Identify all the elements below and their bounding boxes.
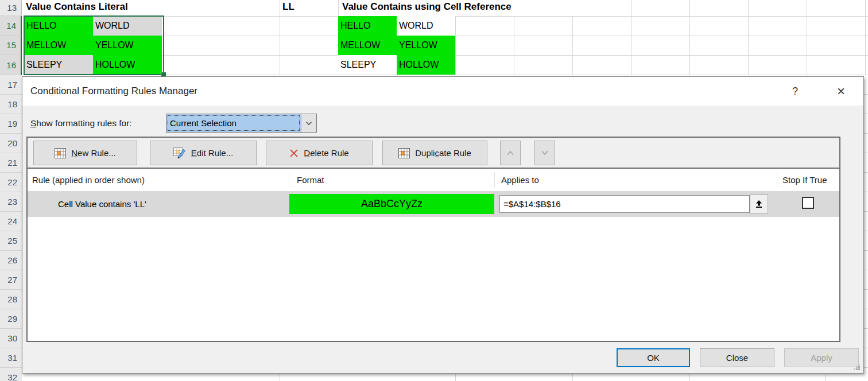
row-header-16[interactable]: 16 <box>0 55 22 75</box>
show-rules-dropdown[interactable]: Current Selection <box>166 114 317 133</box>
new-rule-button[interactable]: New Rule... <box>33 141 137 165</box>
new-rule-table-icon <box>55 148 66 158</box>
row-header-14[interactable]: 14 <box>0 16 22 36</box>
column-header-format: Format <box>297 169 324 191</box>
header-value-contains-literal: Value Contains Literal <box>26 1 128 13</box>
dropdown-arrow-button[interactable] <box>301 114 316 132</box>
row-header[interactable]: 19 <box>0 114 22 134</box>
close-icon: × <box>837 83 845 99</box>
header-ll: LL <box>282 1 294 13</box>
row-header[interactable]: 26 <box>0 251 22 270</box>
excel-screen: 13 14 15 16 1718192021222324252627282930… <box>0 0 868 381</box>
row-header[interactable]: 20 <box>0 134 22 153</box>
show-rules-dropdown-value[interactable]: Current Selection <box>166 114 301 132</box>
rules-toolbar: New Rule... Edit Rule... Delete Rule Dup… <box>28 138 839 169</box>
collapse-dialog-button[interactable] <box>750 195 768 213</box>
row-header[interactable]: 17 <box>0 75 22 95</box>
cell-e15[interactable]: MELLOW <box>338 36 397 55</box>
row-header[interactable]: 31 <box>0 348 22 368</box>
column-header-rule: Rule (applied in order shown) <box>32 169 145 191</box>
row-header[interactable]: 30 <box>0 329 22 348</box>
chevron-down-icon <box>541 150 549 155</box>
chevron-up-icon <box>506 150 514 155</box>
row-header-13[interactable]: 13 <box>0 0 22 16</box>
cell-f14[interactable]: WORLD <box>397 16 455 36</box>
format-preview: AaBbCcYyZz <box>289 194 494 214</box>
dialog-title: Conditional Formatting Rules Manager <box>30 77 197 106</box>
row-header[interactable]: 21 <box>0 153 22 173</box>
row-header[interactable]: 29 <box>0 309 22 329</box>
row-header-column[interactable]: 17181920212223242526272829303132 <box>0 75 22 381</box>
help-button[interactable]: ? <box>787 81 803 101</box>
row-header[interactable]: 23 <box>0 192 22 212</box>
rules-panel: New Rule... Edit Rule... Delete Rule Dup… <box>26 137 840 342</box>
row-header-15[interactable]: 15 <box>0 36 22 55</box>
row-header[interactable]: 32 <box>0 368 22 381</box>
delete-rule-button[interactable]: Delete Rule <box>266 141 373 165</box>
row-header[interactable]: 28 <box>0 290 22 309</box>
duplicate-rule-button[interactable]: Duplicate Rule <box>382 141 487 165</box>
ok-button[interactable]: OK <box>617 348 690 367</box>
rule-name: Cell Value contains 'LL' <box>58 191 146 217</box>
selection-border <box>24 15 164 75</box>
row-header[interactable]: 24 <box>0 212 22 231</box>
stop-if-true-checkbox[interactable] <box>802 197 814 209</box>
cell-e16[interactable]: SLEEPY <box>338 55 397 75</box>
row-header[interactable]: 22 <box>0 173 22 192</box>
column-header-stop-if-true: Stop If True <box>782 169 827 191</box>
duplicate-rule-table-icon <box>398 148 410 158</box>
rule-row-selected[interactable]: Cell Value contains 'LL' AaBbCcYyZz <box>28 191 839 217</box>
show-rules-label: Show formatting rules for: <box>30 115 132 132</box>
edit-rule-pencil-icon <box>173 147 186 158</box>
cell-f15[interactable]: YELLOW <box>397 36 455 55</box>
row-header[interactable]: 18 <box>0 95 22 114</box>
row-header[interactable]: 27 <box>0 270 22 290</box>
resize-grip[interactable] <box>858 368 860 370</box>
cell-e14[interactable]: HELLO <box>338 16 397 36</box>
header-value-contains-cell-ref: Value Contains using Cell Reference <box>342 1 512 13</box>
rules-list: Rule (applied in order shown) Format App… <box>28 169 839 341</box>
column-header-applies-to: Applies to <box>501 169 539 191</box>
delete-x-icon <box>289 149 299 158</box>
apply-button[interactable]: Apply <box>784 348 859 367</box>
conditional-formatting-rules-manager-dialog: Conditional Formatting Rules Manager ? ×… <box>22 76 864 374</box>
move-rule-down-button[interactable] <box>534 141 555 165</box>
edit-rule-button[interactable]: Edit Rule... <box>150 141 257 165</box>
applies-to-input[interactable] <box>499 195 750 213</box>
close-button[interactable]: Close <box>700 348 774 367</box>
collapse-range-icon <box>755 200 763 208</box>
row-header[interactable]: 25 <box>0 231 22 251</box>
chevron-down-icon <box>305 121 312 126</box>
help-icon: ? <box>792 85 798 98</box>
close-dialog-button[interactable]: × <box>832 81 850 101</box>
move-rule-up-button[interactable] <box>500 141 521 165</box>
cell-f16[interactable]: HOLLOW <box>397 55 455 75</box>
